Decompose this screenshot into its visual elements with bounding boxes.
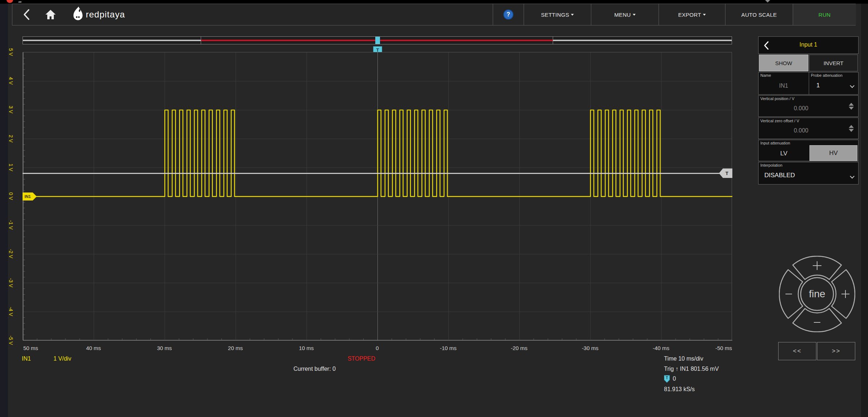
x-tick-label: 0 (376, 345, 379, 351)
minimap-view-divider (201, 37, 201, 44)
fine-adjust-dial: fine (779, 256, 855, 332)
caret-down-icon (633, 14, 636, 16)
buffer-minimap[interactable] (23, 36, 732, 44)
caret-down-icon (571, 14, 574, 16)
back-icon[interactable] (23, 9, 30, 20)
y-tick-label: 2 V (8, 135, 14, 142)
x-tick-label: 10 ms (299, 345, 314, 351)
show-button[interactable]: SHOW (759, 55, 808, 71)
status-vdiv: 1 V/div (53, 356, 71, 362)
x-tick-label: -30 ms (582, 345, 599, 351)
panel-header: Input 1 (758, 36, 859, 54)
home-icon[interactable] (45, 9, 56, 20)
x-tick-label: 50 ms (23, 345, 38, 351)
y-tick-label: 3 V (8, 106, 14, 114)
panel-name-probe-row: Name IN1 Probe attenuation 1 (758, 72, 859, 95)
x-tick-label: -40 ms (653, 345, 669, 351)
y-tick-label: -3 V (8, 278, 14, 287)
status-channel: IN1 (22, 356, 31, 362)
minimap-buffer-line (553, 40, 732, 41)
status-trigger: Trig ↑ IN1 801.56 mV (664, 366, 719, 372)
vertical-position-label: Vertical position / V (760, 96, 795, 101)
x-tick-label: -50 ms (715, 345, 732, 351)
waveform-trace (23, 52, 732, 341)
svg-text:T: T (666, 376, 668, 380)
x-tick-label: -20 ms (511, 345, 528, 351)
x-tick-label: 40 ms (86, 345, 101, 351)
channel1-waveform (23, 110, 732, 196)
status-buffer: Current buffer: 0 (293, 366, 336, 372)
chevron-down-icon (850, 174, 855, 179)
redpitaya-logo: redpitaya (71, 7, 125, 23)
export-label: EXPORT (678, 12, 701, 18)
status-time-div: Time 10 ms/div (664, 356, 703, 362)
svg-text:T: T (725, 171, 728, 176)
vertical-position-stepper[interactable] (849, 103, 854, 110)
y-tick-label: -2 V (8, 249, 14, 259)
panel-vertical-position-row: Vertical position / V 0.000 (758, 95, 859, 117)
y-tick-label: 0 V (8, 192, 14, 200)
browser-chrome-strip (0, 0, 868, 4)
trigger-level-line[interactable] (23, 173, 732, 174)
flame-icon (71, 7, 84, 23)
panel-interpolation-row: Interpolation DISABLED (758, 162, 859, 184)
vertical-zero-offset-label: Vertical zero offset / V (760, 119, 799, 123)
panel-show-invert-row: SHOW INVERT (758, 55, 859, 71)
export-menu[interactable]: EXPORT (659, 4, 725, 25)
settings-menu[interactable]: SETTINGS (524, 4, 591, 25)
interpolation-label: Interpolation (760, 163, 783, 167)
y-tick-label: 1 V (8, 163, 14, 171)
x-tick-label: 30 ms (157, 345, 172, 351)
top-navbar: redpitaya ? SETTINGS MENU EXPORT AUTO SC… (12, 4, 856, 25)
hv-button[interactable]: HV (809, 145, 857, 161)
logo-text: redpitaya (86, 9, 125, 20)
browser-caret-icon (765, 0, 770, 3)
vertical-zero-offset-input[interactable]: 0.000 (759, 127, 844, 134)
y-tick-label: -5 V (8, 335, 14, 345)
status-state: STOPPED (348, 356, 375, 362)
invert-button[interactable]: INVERT (809, 55, 858, 71)
minimap-cursor-handle[interactable] (375, 37, 380, 44)
window-right-edge (861, 4, 868, 417)
vertical-position-input[interactable]: 0.000 (759, 105, 844, 112)
window-left-edge (0, 4, 8, 417)
lv-button[interactable]: LV (759, 146, 809, 161)
help-button[interactable]: ? (493, 4, 524, 25)
chevron-down-icon (850, 83, 855, 88)
settings-label: SETTINGS (541, 12, 569, 18)
x-tick-label: -10 ms (440, 345, 457, 351)
browser-arrow-icon: ➦ (18, 0, 22, 4)
minimap-view-divider (553, 37, 553, 44)
y-tick-label: -1 V (8, 220, 14, 230)
y-tick-label: 5 V (8, 48, 14, 56)
vertical-zero-offset-stepper[interactable] (849, 125, 854, 132)
page-prev-button[interactable]: << (778, 342, 816, 360)
probe-attenuation-select[interactable]: 1 (816, 82, 820, 89)
channel1-offset-tag[interactable]: IN1 (23, 192, 37, 200)
panel-vertical-zero-row: Vertical zero offset / V 0.000 (758, 118, 859, 139)
plot-area[interactable] (23, 52, 732, 340)
interpolation-select[interactable]: DISABLED (764, 172, 795, 179)
help-icon: ? (503, 9, 513, 20)
auto-scale-button[interactable]: AUTO SCALE (725, 4, 793, 25)
dial-down-button[interactable] (793, 309, 841, 332)
menu-menu[interactable]: MENU (591, 4, 659, 25)
minimap-buffer-line (23, 40, 201, 41)
auto-scale-label: AUTO SCALE (741, 12, 777, 18)
run-button[interactable]: RUN (793, 4, 856, 25)
page-next-button[interactable]: >> (817, 342, 855, 360)
run-label: RUN (819, 12, 831, 18)
trigger-badge-icon: T (664, 375, 670, 383)
status-sample-rate: 81.913 kS/s (664, 386, 695, 393)
name-label: Name (760, 73, 771, 78)
panel-input-attenuation-row: Input attenuation LV HV (758, 140, 859, 161)
name-input[interactable]: IN1 (759, 83, 809, 89)
panel-title: Input 1 (759, 41, 858, 48)
status-trigger-position: 0 (673, 376, 676, 382)
svg-text:IN1: IN1 (24, 194, 31, 199)
x-tick-label: 20 ms (228, 345, 243, 351)
menu-label: MENU (614, 12, 631, 18)
trigger-level-tag[interactable]: T (719, 168, 732, 178)
y-tick-label: -4 V (8, 307, 14, 316)
caret-down-icon (703, 14, 706, 16)
